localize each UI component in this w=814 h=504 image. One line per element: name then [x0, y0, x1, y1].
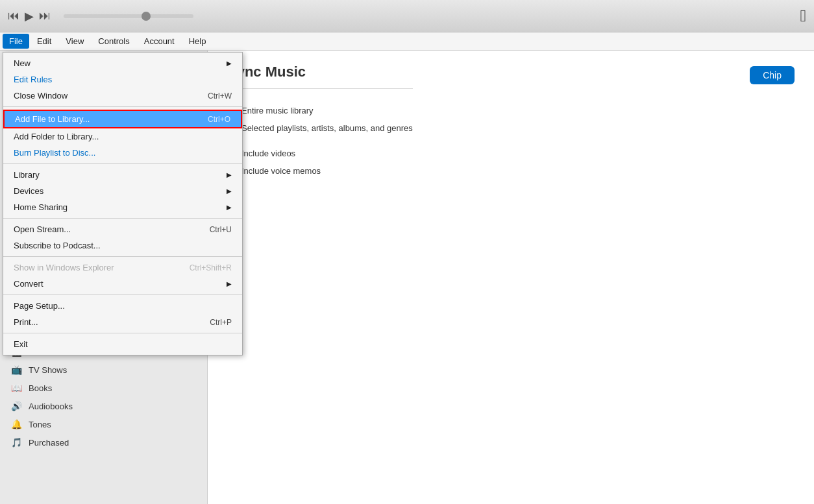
sync-option-entire-library: Entire music library [227, 102, 413, 119]
arrow-icon: ▶ [227, 60, 232, 67]
sidebar-label-tv-shows: TV Shows [29, 365, 67, 375]
purchased-icon: 🎵 [10, 437, 22, 448]
transport-controls: ⏮ ▶ ⏭ [8, 9, 193, 23]
page-title: Sync Music [227, 64, 413, 89]
menu-edit[interactable]: Edit [31, 34, 58, 49]
shortcut-show-explorer: Ctrl+Shift+R [190, 263, 232, 272]
menu-subscribe-podcast[interactable]: Subscribe to Podcast... [3, 237, 242, 254]
divider-6 [3, 333, 242, 333]
menu-bar: File New ▶ Edit Rules Close Window Ctrl+… [0, 32, 814, 51]
tones-icon: 🔔 [10, 419, 22, 429]
sidebar-item-tv-shows[interactable]: 📺 TV Shows [0, 361, 207, 379]
sidebar-label-purchased: Purchased [29, 438, 69, 448]
divider-2 [3, 163, 242, 164]
sidebar-label-books: Books [29, 383, 52, 393]
divider-1 [3, 106, 242, 107]
shortcut-open-stream: Ctrl+U [210, 225, 232, 234]
file-dropdown-menu: New ▶ Edit Rules Close Window Ctrl+W Add… [3, 52, 243, 355]
menu-close-window[interactable]: Close Window Ctrl+W [3, 88, 242, 104]
label-include-voice-memos: Include voice memos [241, 166, 321, 176]
prev-button[interactable]: ⏮ [8, 9, 19, 23]
audiobooks-icon: 🔊 [10, 401, 22, 411]
menu-help[interactable]: Help [182, 34, 213, 49]
title-bar: ⏮ ▶ ⏭  [0, 0, 814, 32]
menu-convert[interactable]: Convert ▶ [3, 276, 242, 292]
sidebar-item-tones[interactable]: 🔔 Tones [0, 415, 207, 433]
apple-logo-icon:  [800, 6, 807, 26]
menu-file[interactable]: File New ▶ Edit Rules Close Window Ctrl+… [3, 34, 29, 49]
content-area: Sync Music Entire music library Selected… [208, 51, 814, 504]
menu-library[interactable]: Library ▶ [3, 167, 242, 183]
shortcut-add-file: Ctrl+O [208, 115, 230, 124]
divider-5 [3, 294, 242, 295]
menu-add-file[interactable]: Add File to Library... Ctrl+O [3, 110, 242, 128]
shortcut-close: Ctrl+W [208, 91, 232, 101]
next-button[interactable]: ⏭ [39, 9, 51, 23]
sidebar-item-purchased[interactable]: 🎵 Purchased [0, 433, 207, 451]
books-icon: 📖 [10, 383, 22, 393]
chip-button[interactable]: Chip [750, 66, 795, 84]
divider-3 [3, 218, 242, 219]
label-include-videos: Include videos [241, 149, 295, 158]
label-selected: Selected playlists, artists, albums, and… [241, 123, 413, 133]
progress-thumb [142, 12, 151, 21]
menu-show-explorer: Show in Windows Explorer Ctrl+Shift+R [3, 259, 242, 276]
divider-4 [3, 256, 242, 257]
home-sharing-arrow-icon: ▶ [227, 204, 232, 211]
library-arrow-icon: ▶ [227, 171, 232, 178]
sync-option-selected: Selected playlists, artists, albums, and… [227, 119, 413, 137]
menu-edit-rules[interactable]: Edit Rules [3, 71, 242, 88]
menu-home-sharing[interactable]: Home Sharing ▶ [3, 199, 242, 215]
devices-arrow-icon: ▶ [227, 187, 232, 195]
menu-view[interactable]: View [59, 34, 90, 49]
sidebar-label-audiobooks: Audiobooks [29, 402, 73, 411]
tv-shows-icon: 📺 [10, 365, 22, 375]
sidebar-label-tones: Tones [29, 420, 51, 429]
menu-page-setup[interactable]: Page Setup... [3, 298, 242, 314]
menu-print[interactable]: Print... Ctrl+P [3, 314, 242, 330]
menu-open-stream[interactable]: Open Stream... Ctrl+U [3, 221, 242, 237]
menu-exit[interactable]: Exit [3, 336, 242, 352]
play-button[interactable]: ▶ [25, 9, 34, 23]
label-entire-library: Entire music library [241, 106, 314, 115]
menu-new[interactable]: New ▶ [3, 55, 242, 71]
menu-burn-playlist[interactable]: Burn Playlist to Disc... [3, 145, 242, 161]
progress-bar[interactable] [64, 14, 193, 18]
shortcut-print: Ctrl+P [210, 318, 232, 327]
sidebar-item-books[interactable]: 📖 Books [0, 379, 207, 397]
menu-add-folder[interactable]: Add Folder to Library... [3, 128, 242, 145]
convert-arrow-icon: ▶ [227, 280, 232, 287]
menu-account[interactable]: Account [138, 34, 181, 49]
menu-controls[interactable]: Controls [92, 34, 136, 49]
menu-devices[interactable]: Devices ▶ [3, 183, 242, 199]
sync-option-include-voice-memos: Include voice memos [227, 162, 413, 180]
sync-option-include-videos: Include videos [227, 145, 413, 162]
sidebar-item-audiobooks[interactable]: 🔊 Audiobooks [0, 397, 207, 415]
